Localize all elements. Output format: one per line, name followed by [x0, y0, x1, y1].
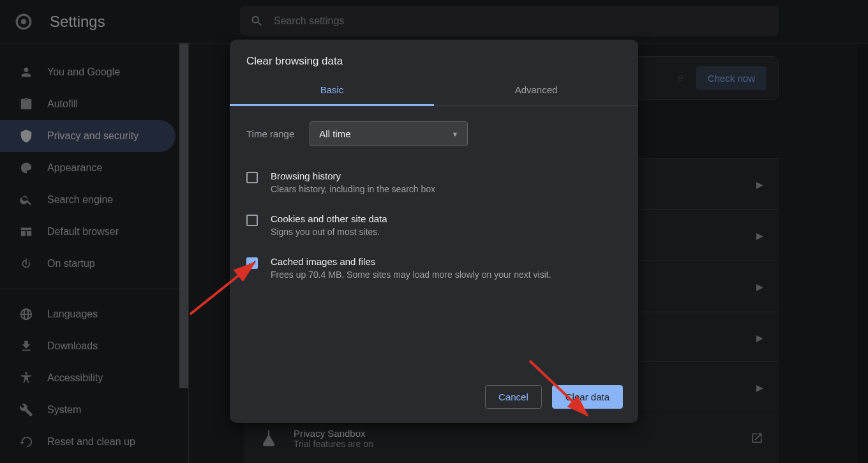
setting-subtitle: Trial features are on [294, 439, 373, 449]
wrench-icon [19, 403, 33, 417]
sidebar-item-default-browser[interactable]: Default browser [0, 216, 176, 248]
check-now-button[interactable]: Check now [696, 66, 767, 90]
clear-data-button[interactable]: Clear data [552, 385, 623, 409]
option-subtitle: Clears history, including in the search … [271, 184, 435, 194]
sidebar-item-autofill[interactable]: Autofill [0, 88, 176, 120]
sidebar-item-search-engine[interactable]: Search engine [0, 184, 176, 216]
sidebar-item-system[interactable]: System [0, 394, 176, 426]
restore-icon [19, 435, 33, 449]
accessibility-icon [19, 371, 33, 385]
clipboard-icon [19, 97, 33, 111]
chrome-logo-icon [15, 13, 32, 30]
sidebar-item-privacy-and-security[interactable]: Privacy and security [0, 120, 176, 152]
shield-icon [19, 129, 33, 143]
option-browsing-history[interactable]: Browsing history Clears history, includi… [246, 164, 622, 207]
chevron-right-icon: ▶ [756, 231, 763, 241]
time-range-row: Time range All time ▼ [246, 121, 622, 146]
main-scrollbar[interactable] [858, 43, 868, 463]
sidebar-item-label: Search engine [47, 194, 113, 206]
chevron-right-icon: ▶ [756, 179, 763, 190]
checkbox-browsing-history[interactable] [246, 172, 258, 183]
option-subtitle: Signs you out of most sites. [271, 227, 387, 237]
sidebar-item-languages[interactable]: Languages [0, 298, 176, 330]
option-title: Cached images and files [271, 256, 551, 267]
option-title: Cookies and other site data [271, 213, 387, 224]
chevron-right-icon: ▶ [756, 333, 763, 343]
search-box[interactable] [240, 6, 779, 36]
svg-point-1 [21, 19, 27, 24]
sidebar-item-on-startup[interactable]: On startup [0, 248, 176, 280]
sidebar-item-label: You and Google [47, 66, 120, 78]
divider [0, 289, 188, 289]
sidebar-item-downloads[interactable]: Downloads [0, 330, 176, 362]
open-in-new-icon [751, 432, 763, 444]
chevron-right-icon: ▶ [756, 282, 763, 292]
option-cookies[interactable]: Cookies and other site data Signs you ou… [246, 207, 622, 250]
clear-browsing-data-dialog: Clear browsing data Basic Advanced Time … [230, 40, 638, 423]
app-title: Settings [50, 13, 105, 31]
sidebar-item-label: Accessibility [47, 372, 103, 384]
sidebar-item-label: Autofill [47, 98, 78, 110]
tab-basic[interactable]: Basic [230, 77, 434, 106]
flask-icon [259, 429, 278, 448]
dialog-tabs: Basic Advanced [230, 77, 638, 106]
option-title: Browsing history [271, 171, 435, 181]
globe-icon [19, 307, 33, 321]
time-range-label: Time range [246, 128, 294, 139]
sidebar-item-reset[interactable]: Reset and clean up [0, 426, 176, 458]
sidebar-scrollbar[interactable] [179, 43, 189, 463]
person-icon [19, 65, 33, 79]
tab-advanced[interactable]: Advanced [434, 77, 638, 106]
sidebar-item-label: Languages [47, 308, 98, 320]
sidebar-item-label: Default browser [47, 226, 119, 238]
window-icon [19, 225, 33, 239]
sidebar: You and Google Autofill Privacy and secu… [0, 43, 189, 463]
sidebar-item-label: On startup [47, 258, 95, 269]
safety-check-text: e [678, 72, 684, 84]
power-icon [19, 257, 33, 271]
scrollbar-thumb[interactable] [179, 43, 189, 388]
dropdown-arrow-icon: ▼ [451, 130, 458, 138]
palette-icon [19, 161, 33, 175]
time-range-select[interactable]: All time ▼ [310, 121, 468, 146]
sidebar-item-label: Downloads [47, 340, 98, 352]
setting-title: Privacy Sandbox [294, 428, 373, 439]
download-icon [19, 339, 33, 353]
time-range-value: All time [319, 128, 350, 139]
sidebar-item-label: Privacy and security [47, 130, 138, 142]
option-subtitle: Frees up 70.4 MB. Some sites may load mo… [271, 269, 551, 280]
sidebar-item-label: System [47, 404, 81, 416]
sidebar-item-appearance[interactable]: Appearance [0, 152, 176, 184]
search-small-icon [19, 193, 33, 207]
cancel-button[interactable]: Cancel [485, 385, 542, 409]
search-icon [250, 14, 264, 28]
sidebar-item-label: Appearance [47, 162, 102, 174]
sidebar-item-label: Reset and clean up [47, 436, 135, 448]
search-input[interactable] [274, 15, 768, 27]
option-cached[interactable]: Cached images and files Frees up 70.4 MB… [246, 250, 622, 292]
chevron-right-icon: ▶ [756, 383, 763, 393]
sidebar-item-you-and-google[interactable]: You and Google [0, 56, 176, 88]
checkbox-cached[interactable] [246, 257, 258, 269]
checkbox-cookies[interactable] [246, 215, 258, 226]
dialog-title: Clear browsing data [230, 40, 638, 77]
topbar: Settings [0, 0, 868, 43]
sidebar-item-accessibility[interactable]: Accessibility [0, 362, 176, 394]
